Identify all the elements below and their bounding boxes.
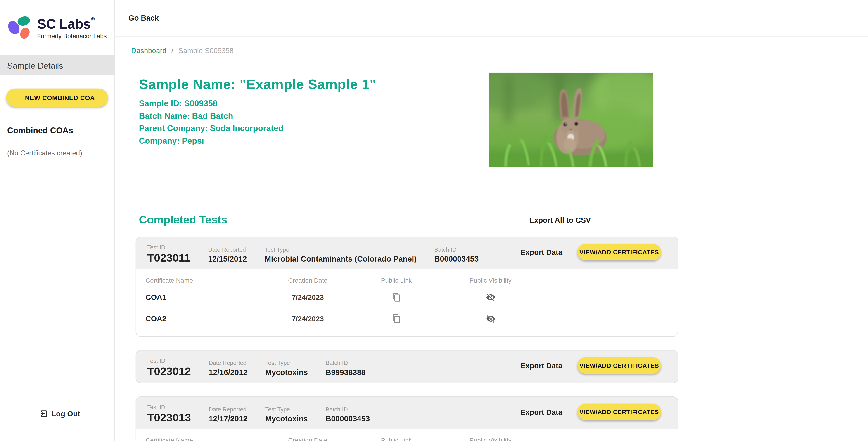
certificate-creation-date: 7/24/2023	[264, 315, 352, 323]
test-id-field: Test ID T023013	[147, 403, 191, 424]
logout-icon	[39, 409, 48, 418]
topbar: Go Back	[115, 0, 868, 37]
registered-mark: ®	[91, 16, 95, 22]
completed-tests-section: Completed Tests Export All to CSV Test I…	[136, 213, 678, 441]
completed-tests-heading: Completed Tests	[139, 213, 227, 226]
certificate-name: COA1	[136, 293, 264, 301]
certificate-creation-date: 7/24/2023	[264, 293, 352, 301]
certificates-table: Certificate Name Creation Date Public Li…	[136, 269, 678, 336]
breadcrumb-separator: /	[172, 46, 174, 55]
test-id-field: Test ID T023012	[147, 357, 191, 378]
sc-labs-logo: SC Labs® Formerly Botanacor Labs	[0, 0, 114, 43]
view-add-certificates-button[interactable]: VIEW/ADD CERTIFICATES	[578, 357, 661, 374]
date-reported-field: Date Reported 12/17/2012	[209, 405, 248, 424]
batch-id-field: Batch ID B000003453	[434, 245, 478, 264]
certificates-table: Certificate Name Creation Date Public Li…	[136, 429, 678, 441]
test-type-field: Test Type Microbial Contaminants (Colora…	[265, 245, 416, 264]
test-id-value: T023012	[147, 364, 191, 378]
sc-labs-logo-icon	[6, 9, 35, 43]
breadcrumb-current: Sample S009358	[179, 46, 234, 55]
visibility-off-icon[interactable]	[484, 312, 497, 326]
certificate-row: COA1 7/24/2023	[136, 286, 678, 308]
date-reported-field: Date Reported 12/16/2012	[209, 359, 248, 378]
export-data-button[interactable]: Export Data	[520, 408, 562, 416]
copy-public-link-icon[interactable]	[390, 312, 403, 326]
test-type-value: Microbial Contaminants (Colorado Panel)	[265, 253, 416, 264]
test-type-field: Test Type Mycotoxins	[265, 405, 308, 424]
test-type-value: Mycotoxins	[265, 413, 308, 424]
view-add-certificates-button[interactable]: VIEW/ADD CERTIFICATES	[578, 404, 661, 420]
date-reported-field: Date Reported 12/15/2012	[208, 245, 247, 264]
combined-coas-heading: Combined COAs	[7, 126, 114, 135]
test-card: Test ID T023012 Date Reported 12/16/2012…	[136, 350, 678, 383]
export-data-button[interactable]: Export Data	[520, 362, 562, 370]
copy-public-link-icon[interactable]	[390, 291, 403, 304]
batch-id-value: B000003453	[434, 253, 478, 264]
test-id-field: Test ID T023011	[147, 243, 190, 264]
logout-button[interactable]: Log Out	[39, 409, 80, 418]
test-id-value: T023011	[147, 251, 190, 264]
date-reported-value: 12/16/2012	[209, 367, 248, 378]
new-combined-coa-button[interactable]: + NEW COMBINED COA	[6, 89, 108, 107]
breadcrumb: Dashboard / Sample S009358	[131, 45, 868, 55]
date-reported-value: 12/17/2012	[209, 413, 248, 424]
date-reported-value: 12/15/2012	[208, 253, 247, 264]
test-card: Test ID T023013 Date Reported 12/17/2012…	[136, 397, 678, 441]
visibility-off-icon[interactable]	[484, 291, 497, 304]
sidebar-item-label: Sample Details	[7, 61, 63, 70]
test-id-value: T023013	[147, 411, 191, 424]
export-data-button[interactable]: Export Data	[520, 248, 562, 257]
view-add-certificates-button[interactable]: VIEW/ADD CERTIFICATES	[578, 244, 661, 260]
brand-name: SC Labs®	[37, 16, 107, 31]
batch-id-field: Batch ID B99938388	[326, 359, 366, 378]
go-back-button[interactable]: Go Back	[128, 14, 159, 22]
breadcrumb-dashboard-link[interactable]: Dashboard	[131, 46, 166, 55]
main-content: Go Back Dashboard / Sample S009358 Sampl…	[115, 0, 868, 441]
export-all-csv-button[interactable]: Export All to CSV	[529, 216, 591, 225]
batch-id-value: B99938388	[326, 367, 366, 378]
batch-id-field: Batch ID B000003453	[326, 405, 370, 424]
sidebar: SC Labs® Formerly Botanacor Labs Sample …	[0, 0, 115, 441]
test-type-value: Mycotoxins	[265, 367, 308, 378]
brand-tagline: Formerly Botanacor Labs	[37, 33, 107, 39]
sidebar-item-sample-details[interactable]: Sample Details	[0, 55, 114, 75]
combined-coas-empty-note: (No Certificates created)	[7, 149, 114, 157]
logout-label: Log Out	[52, 410, 80, 418]
sample-photo-rabbit	[489, 72, 653, 167]
sample-header-section: Sample Name: "Example Sample 1" Sample I…	[115, 55, 868, 188]
certificate-row: COA2 7/24/2023	[136, 308, 678, 329]
app-window: SC Labs® Formerly Botanacor Labs Sample …	[0, 0, 868, 441]
certificate-name: COA2	[136, 315, 264, 323]
test-card: Test ID T023011 Date Reported 12/15/2012…	[136, 237, 678, 337]
test-type-field: Test Type Mycotoxins	[265, 359, 308, 378]
batch-id-value: B000003453	[326, 413, 370, 424]
